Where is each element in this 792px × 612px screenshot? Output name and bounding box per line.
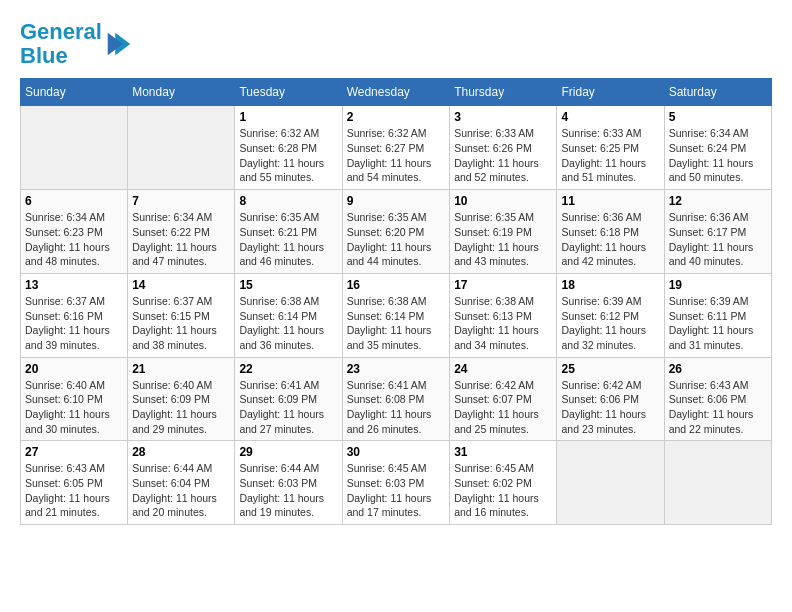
cell-sun-info: Sunrise: 6:43 AMSunset: 6:05 PMDaylight:… [25, 461, 123, 520]
cell-sun-info: Sunrise: 6:44 AMSunset: 6:04 PMDaylight:… [132, 461, 230, 520]
day-number: 20 [25, 362, 123, 376]
calendar-cell: 1Sunrise: 6:32 AMSunset: 6:28 PMDaylight… [235, 106, 342, 190]
weekday-header: Thursday [450, 79, 557, 106]
calendar-cell: 9Sunrise: 6:35 AMSunset: 6:20 PMDaylight… [342, 190, 450, 274]
day-number: 11 [561, 194, 659, 208]
weekday-header: Saturday [664, 79, 771, 106]
day-number: 7 [132, 194, 230, 208]
cell-sun-info: Sunrise: 6:39 AMSunset: 6:11 PMDaylight:… [669, 294, 767, 353]
calendar-cell: 3Sunrise: 6:33 AMSunset: 6:26 PMDaylight… [450, 106, 557, 190]
day-number: 1 [239, 110, 337, 124]
calendar-week-row: 20Sunrise: 6:40 AMSunset: 6:10 PMDayligh… [21, 357, 772, 441]
cell-sun-info: Sunrise: 6:44 AMSunset: 6:03 PMDaylight:… [239, 461, 337, 520]
calendar-cell: 8Sunrise: 6:35 AMSunset: 6:21 PMDaylight… [235, 190, 342, 274]
cell-sun-info: Sunrise: 6:34 AMSunset: 6:24 PMDaylight:… [669, 126, 767, 185]
calendar-cell: 11Sunrise: 6:36 AMSunset: 6:18 PMDayligh… [557, 190, 664, 274]
cell-sun-info: Sunrise: 6:37 AMSunset: 6:16 PMDaylight:… [25, 294, 123, 353]
cell-sun-info: Sunrise: 6:42 AMSunset: 6:06 PMDaylight:… [561, 378, 659, 437]
day-number: 28 [132, 445, 230, 459]
day-number: 27 [25, 445, 123, 459]
calendar-cell: 16Sunrise: 6:38 AMSunset: 6:14 PMDayligh… [342, 273, 450, 357]
day-number: 9 [347, 194, 446, 208]
day-number: 31 [454, 445, 552, 459]
day-number: 29 [239, 445, 337, 459]
logo: General Blue [20, 20, 134, 68]
calendar-cell [664, 441, 771, 525]
cell-sun-info: Sunrise: 6:35 AMSunset: 6:20 PMDaylight:… [347, 210, 446, 269]
calendar-cell: 12Sunrise: 6:36 AMSunset: 6:17 PMDayligh… [664, 190, 771, 274]
cell-sun-info: Sunrise: 6:33 AMSunset: 6:26 PMDaylight:… [454, 126, 552, 185]
calendar-cell: 24Sunrise: 6:42 AMSunset: 6:07 PMDayligh… [450, 357, 557, 441]
calendar-cell [21, 106, 128, 190]
cell-sun-info: Sunrise: 6:40 AMSunset: 6:09 PMDaylight:… [132, 378, 230, 437]
calendar-cell: 21Sunrise: 6:40 AMSunset: 6:09 PMDayligh… [128, 357, 235, 441]
day-number: 3 [454, 110, 552, 124]
day-number: 5 [669, 110, 767, 124]
logo-icon [104, 29, 134, 59]
cell-sun-info: Sunrise: 6:43 AMSunset: 6:06 PMDaylight:… [669, 378, 767, 437]
day-number: 15 [239, 278, 337, 292]
calendar-cell: 7Sunrise: 6:34 AMSunset: 6:22 PMDaylight… [128, 190, 235, 274]
weekday-header: Wednesday [342, 79, 450, 106]
day-number: 24 [454, 362, 552, 376]
calendar-header-row: SundayMondayTuesdayWednesdayThursdayFrid… [21, 79, 772, 106]
day-number: 13 [25, 278, 123, 292]
cell-sun-info: Sunrise: 6:36 AMSunset: 6:17 PMDaylight:… [669, 210, 767, 269]
cell-sun-info: Sunrise: 6:34 AMSunset: 6:22 PMDaylight:… [132, 210, 230, 269]
calendar-cell: 4Sunrise: 6:33 AMSunset: 6:25 PMDaylight… [557, 106, 664, 190]
day-number: 18 [561, 278, 659, 292]
calendar-week-row: 13Sunrise: 6:37 AMSunset: 6:16 PMDayligh… [21, 273, 772, 357]
calendar-cell: 25Sunrise: 6:42 AMSunset: 6:06 PMDayligh… [557, 357, 664, 441]
day-number: 2 [347, 110, 446, 124]
cell-sun-info: Sunrise: 6:45 AMSunset: 6:02 PMDaylight:… [454, 461, 552, 520]
calendar-cell: 13Sunrise: 6:37 AMSunset: 6:16 PMDayligh… [21, 273, 128, 357]
page-header: General Blue [20, 20, 772, 68]
day-number: 14 [132, 278, 230, 292]
day-number: 22 [239, 362, 337, 376]
day-number: 23 [347, 362, 446, 376]
calendar-cell: 30Sunrise: 6:45 AMSunset: 6:03 PMDayligh… [342, 441, 450, 525]
cell-sun-info: Sunrise: 6:35 AMSunset: 6:19 PMDaylight:… [454, 210, 552, 269]
cell-sun-info: Sunrise: 6:41 AMSunset: 6:08 PMDaylight:… [347, 378, 446, 437]
calendar-cell: 6Sunrise: 6:34 AMSunset: 6:23 PMDaylight… [21, 190, 128, 274]
calendar-cell: 2Sunrise: 6:32 AMSunset: 6:27 PMDaylight… [342, 106, 450, 190]
calendar-cell: 15Sunrise: 6:38 AMSunset: 6:14 PMDayligh… [235, 273, 342, 357]
weekday-header: Monday [128, 79, 235, 106]
calendar-cell: 18Sunrise: 6:39 AMSunset: 6:12 PMDayligh… [557, 273, 664, 357]
calendar-cell: 5Sunrise: 6:34 AMSunset: 6:24 PMDaylight… [664, 106, 771, 190]
cell-sun-info: Sunrise: 6:39 AMSunset: 6:12 PMDaylight:… [561, 294, 659, 353]
calendar-cell: 10Sunrise: 6:35 AMSunset: 6:19 PMDayligh… [450, 190, 557, 274]
day-number: 21 [132, 362, 230, 376]
cell-sun-info: Sunrise: 6:40 AMSunset: 6:10 PMDaylight:… [25, 378, 123, 437]
cell-sun-info: Sunrise: 6:38 AMSunset: 6:14 PMDaylight:… [347, 294, 446, 353]
day-number: 19 [669, 278, 767, 292]
cell-sun-info: Sunrise: 6:38 AMSunset: 6:14 PMDaylight:… [239, 294, 337, 353]
calendar-week-row: 1Sunrise: 6:32 AMSunset: 6:28 PMDaylight… [21, 106, 772, 190]
calendar-cell: 26Sunrise: 6:43 AMSunset: 6:06 PMDayligh… [664, 357, 771, 441]
calendar-cell: 20Sunrise: 6:40 AMSunset: 6:10 PMDayligh… [21, 357, 128, 441]
weekday-header: Tuesday [235, 79, 342, 106]
calendar-cell [557, 441, 664, 525]
logo-text: General Blue [20, 20, 102, 68]
calendar-cell: 31Sunrise: 6:45 AMSunset: 6:02 PMDayligh… [450, 441, 557, 525]
cell-sun-info: Sunrise: 6:32 AMSunset: 6:27 PMDaylight:… [347, 126, 446, 185]
calendar-cell: 27Sunrise: 6:43 AMSunset: 6:05 PMDayligh… [21, 441, 128, 525]
day-number: 12 [669, 194, 767, 208]
calendar-table: SundayMondayTuesdayWednesdayThursdayFrid… [20, 78, 772, 525]
calendar-cell: 23Sunrise: 6:41 AMSunset: 6:08 PMDayligh… [342, 357, 450, 441]
day-number: 8 [239, 194, 337, 208]
cell-sun-info: Sunrise: 6:42 AMSunset: 6:07 PMDaylight:… [454, 378, 552, 437]
calendar-cell: 17Sunrise: 6:38 AMSunset: 6:13 PMDayligh… [450, 273, 557, 357]
day-number: 25 [561, 362, 659, 376]
weekday-header: Friday [557, 79, 664, 106]
day-number: 6 [25, 194, 123, 208]
day-number: 26 [669, 362, 767, 376]
cell-sun-info: Sunrise: 6:34 AMSunset: 6:23 PMDaylight:… [25, 210, 123, 269]
cell-sun-info: Sunrise: 6:41 AMSunset: 6:09 PMDaylight:… [239, 378, 337, 437]
day-number: 30 [347, 445, 446, 459]
cell-sun-info: Sunrise: 6:45 AMSunset: 6:03 PMDaylight:… [347, 461, 446, 520]
cell-sun-info: Sunrise: 6:36 AMSunset: 6:18 PMDaylight:… [561, 210, 659, 269]
calendar-cell: 19Sunrise: 6:39 AMSunset: 6:11 PMDayligh… [664, 273, 771, 357]
day-number: 17 [454, 278, 552, 292]
calendar-cell: 14Sunrise: 6:37 AMSunset: 6:15 PMDayligh… [128, 273, 235, 357]
